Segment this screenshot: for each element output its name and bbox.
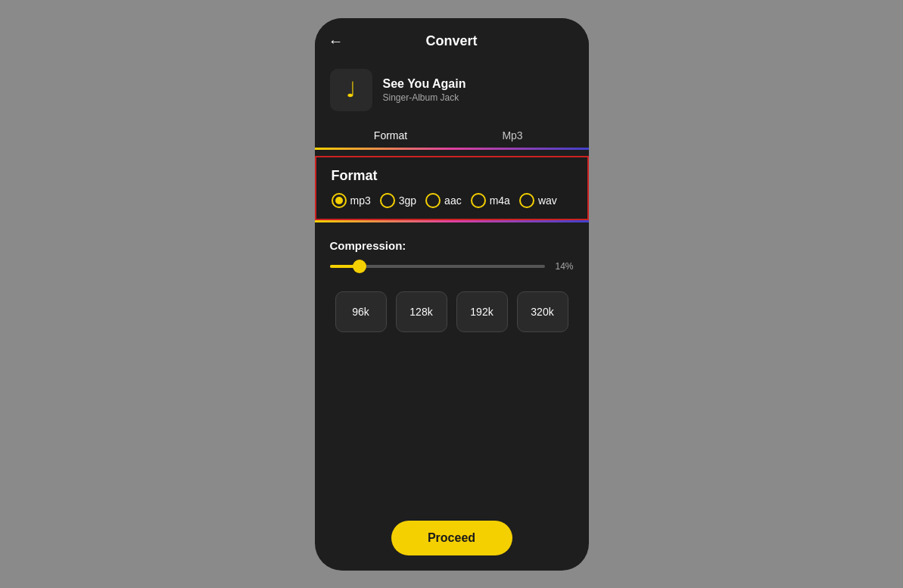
format-option-3gp[interactable]: 3gp (380, 193, 416, 208)
song-info: ♩ See You Again Singer-Album Jack (315, 60, 589, 123)
song-details: See You Again Singer-Album Jack (383, 77, 466, 103)
bitrate-buttons: 96k 128k 192k 320k (330, 291, 574, 332)
format-option-m4a[interactable]: m4a (471, 193, 510, 208)
format-section-label: Format (332, 168, 572, 184)
tab-mp3[interactable]: Mp3 (452, 123, 574, 148)
radio-m4a[interactable] (471, 193, 486, 208)
tab-row: Format Mp3 (315, 123, 589, 148)
bitrate-320k[interactable]: 320k (517, 291, 568, 332)
proceed-button[interactable]: Proceed (391, 521, 512, 555)
song-title: See You Again (383, 77, 466, 91)
proceed-section: Proceed (315, 506, 589, 571)
slider-value: 14% (553, 261, 574, 272)
header: ← Convert (315, 18, 589, 60)
compression-label: Compression: (330, 239, 574, 252)
radio-wav[interactable] (519, 193, 534, 208)
format-option-aac[interactable]: aac (425, 193, 462, 208)
radio-aac[interactable] (425, 193, 441, 208)
slider-track (330, 265, 545, 268)
bitrate-192k[interactable]: 192k (456, 291, 508, 332)
radio-mp3-inner (335, 197, 343, 204)
format-label-aac: aac (444, 194, 462, 207)
slider-container: 14% (330, 261, 574, 272)
radio-mp3[interactable] (332, 193, 347, 208)
format-label-mp3: mp3 (350, 194, 371, 207)
format-label-wav: wav (538, 194, 557, 207)
phone-screen: ← Convert ♩ See You Again Singer-Album J… (315, 18, 589, 571)
tab-format[interactable]: Format (330, 123, 452, 148)
song-artist: Singer-Album Jack (383, 92, 466, 103)
gradient-divider-top (315, 148, 589, 150)
format-option-mp3[interactable]: mp3 (332, 193, 371, 208)
back-button[interactable]: ← (329, 33, 344, 50)
page-title: Convert (425, 33, 477, 49)
album-art: ♩ (330, 69, 372, 111)
format-section: Format mp3 3gp aac m4a (315, 156, 589, 220)
slider-thumb[interactable] (353, 260, 366, 273)
compression-section: Compression: 14% (315, 229, 589, 279)
format-label-m4a: m4a (490, 194, 510, 207)
format-options: mp3 3gp aac m4a wav (332, 193, 572, 208)
bitrate-section: 96k 128k 192k 320k (315, 279, 589, 340)
format-option-wav[interactable]: wav (519, 193, 557, 208)
radio-3gp[interactable] (380, 193, 395, 208)
gradient-divider-bottom (315, 220, 589, 222)
bitrate-96k[interactable]: 96k (335, 291, 387, 332)
music-note-icon: ♩ (346, 77, 356, 102)
slider-fill (330, 265, 360, 268)
bitrate-128k[interactable]: 128k (396, 291, 447, 332)
format-label-3gp: 3gp (399, 194, 416, 207)
